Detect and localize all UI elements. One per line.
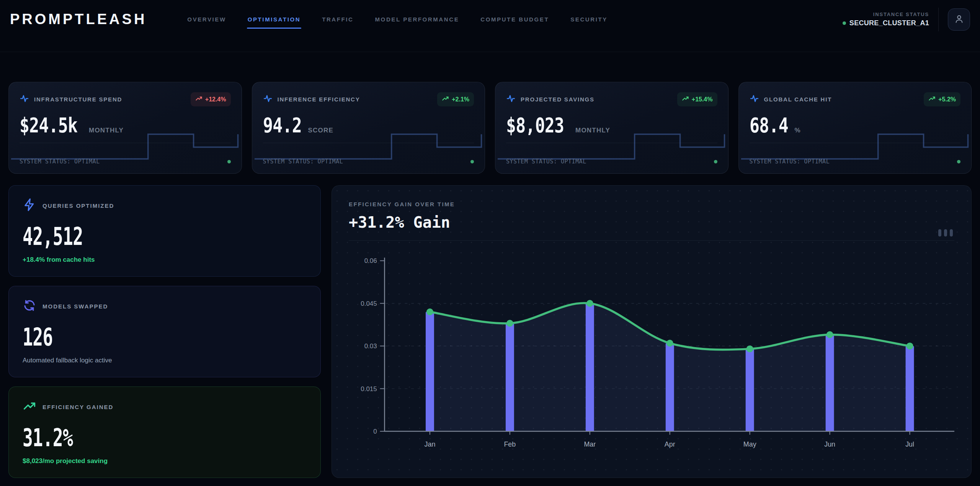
nav-item-security[interactable]: SECURITY (570, 14, 608, 25)
kpi-badge-value: +5.2% (938, 96, 956, 103)
kpi-trend-badge: +5.2% (924, 92, 960, 106)
kpi-value: $8,023 (506, 113, 564, 137)
chart-title: EFFICIENCY GAIN OVER TIME (349, 201, 954, 207)
kpi-divider (506, 143, 717, 143)
kpi-system-status: SYSTEM STATUS: OPTIMAL (506, 158, 586, 165)
svg-text:May: May (743, 440, 756, 448)
stat-subtext: $8,023/mo projected saving (23, 457, 307, 465)
stat-title: EFFICIENCY GAINED (42, 404, 113, 410)
trending-up-icon (442, 95, 449, 104)
kpi-value: $24.5k (20, 113, 77, 137)
kpi-badge-value: +2.1% (452, 96, 469, 103)
trending-up-icon (23, 399, 36, 414)
stat-card-efficiency-gained: EFFICIENCY GAINED 31.2% $8,023/mo projec… (8, 387, 321, 478)
user-icon (954, 14, 964, 25)
chart-headline: +31.2% Gain (349, 214, 954, 231)
nav-item-overview[interactable]: OVERVIEW (186, 14, 227, 25)
kpi-divider (750, 143, 961, 143)
kpi-badge-value: +12.4% (205, 96, 226, 103)
stat-card-models-swapped: MODELS SWAPPED 126 Automated fallback lo… (8, 286, 321, 377)
activity-icon (750, 94, 759, 105)
bolt-icon (23, 198, 36, 213)
stat-value: 31.2% (23, 424, 221, 452)
svg-text:Jan: Jan (424, 440, 435, 448)
efficiency-chart-panel: EFFICIENCY GAIN OVER TIME +31.2% Gain 00… (332, 185, 972, 478)
kpi-value: 68.4 (750, 113, 788, 137)
kpi-divider (263, 143, 474, 143)
stat-title: MODELS SWAPPED (42, 303, 108, 310)
trending-up-icon (195, 95, 203, 104)
activity-icon (263, 94, 273, 105)
status-dot-icon (227, 160, 231, 163)
svg-text:Apr: Apr (665, 440, 675, 448)
svg-text:Jul: Jul (905, 440, 914, 448)
kpi-system-status: SYSTEM STATUS: OPTIMAL (20, 158, 100, 165)
nav-item-model-performance[interactable]: MODEL PERFORMANCE (374, 14, 460, 25)
kpi-card-infrastructure-spend: INFRASTRUCTURE SPEND +12.4% $24.5k MONTH… (8, 82, 242, 174)
svg-text:0.015: 0.015 (361, 385, 377, 393)
chart-options-bars-icon[interactable] (937, 228, 954, 238)
nav-item-traffic[interactable]: TRAFFIC (321, 14, 354, 25)
kpi-unit: SCORE (308, 127, 333, 134)
main-nav: OVERVIEW OPTIMISATION TRAFFIC MODEL PERF… (186, 14, 608, 25)
stat-title: QUERIES OPTIMIZED (42, 202, 114, 209)
kpi-badge-value: +15.4% (692, 96, 713, 103)
kpi-title: INFERENCE EFFICIENCY (278, 96, 360, 103)
svg-text:Feb: Feb (504, 440, 516, 448)
trending-up-icon (928, 95, 936, 104)
kpi-value: 94.2 (263, 113, 302, 137)
stat-card-queries-optimized: QUERIES OPTIMIZED 42,512 +18.4% from cac… (8, 185, 321, 277)
stat-column: QUERIES OPTIMIZED 42,512 +18.4% from cac… (8, 185, 321, 478)
svg-text:0.03: 0.03 (364, 342, 377, 350)
nav-item-compute-budget[interactable]: COMPUTE BUDGET (480, 14, 550, 25)
chart-divider (349, 240, 954, 241)
app-logo: PROMPTLEASH (10, 11, 147, 28)
svg-text:0.06: 0.06 (364, 257, 377, 264)
header-divider (938, 8, 939, 31)
app-header: PROMPTLEASH OVERVIEW OPTIMISATION TRAFFI… (0, 0, 980, 52)
activity-icon (506, 94, 516, 105)
status-dot-icon (957, 160, 960, 163)
kpi-row: INFRASTRUCTURE SPEND +12.4% $24.5k MONTH… (8, 82, 972, 174)
svg-text:Mar: Mar (584, 440, 596, 448)
kpi-trend-badge: +12.4% (191, 92, 231, 106)
kpi-trend-badge: +2.1% (437, 92, 474, 106)
kpi-system-status: SYSTEM STATUS: OPTIMAL (263, 158, 343, 165)
kpi-card-projected-savings: PROJECTED SAVINGS +15.4% $8,023 MONTHLY … (495, 82, 728, 174)
status-dot-icon (470, 160, 474, 163)
kpi-title: PROJECTED SAVINGS (521, 96, 595, 103)
kpi-unit: % (795, 127, 801, 134)
instance-status: INSTANCE STATUS SECURE_CLUSTER_A1 (843, 11, 929, 27)
kpi-unit: MONTHLY (575, 127, 610, 134)
user-avatar-button[interactable] (948, 8, 970, 31)
trending-up-icon (682, 95, 689, 104)
instance-status-label: INSTANCE STATUS (843, 11, 929, 17)
activity-icon (20, 94, 29, 105)
kpi-divider (20, 143, 231, 143)
dashboard-main: INFRASTRUCTURE SPEND +12.4% $24.5k MONTH… (0, 82, 980, 478)
kpi-title: GLOBAL CACHE HIT (764, 96, 832, 103)
kpi-card-inference-efficiency: INFERENCE EFFICIENCY +2.1% 94.2 SCORE SY… (252, 82, 485, 174)
kpi-system-status: SYSTEM STATUS: OPTIMAL (750, 158, 830, 165)
status-dot-icon (714, 160, 717, 163)
stat-subtext: Automated fallback logic active (23, 357, 307, 364)
kpi-title: INFRASTRUCTURE SPEND (34, 96, 122, 103)
refresh-icon (23, 298, 36, 314)
svg-text:0.045: 0.045 (361, 300, 377, 307)
kpi-card-global-cache-hit: GLOBAL CACHE HIT +5.2% 68.4 % SYSTEM STA… (738, 82, 972, 174)
svg-text:Jun: Jun (824, 440, 835, 448)
kpi-trend-badge: +15.4% (677, 92, 717, 106)
efficiency-chart: 00.0150.030.0450.06JanFebMarAprMayJunJul (349, 241, 954, 479)
instance-status-value: SECURE_CLUSTER_A1 (849, 19, 929, 27)
stat-value: 42,512 (23, 222, 221, 251)
nav-item-optimisation[interactable]: OPTIMISATION (247, 14, 301, 25)
kpi-unit: MONTHLY (89, 127, 124, 134)
stat-value: 126 (23, 323, 221, 351)
stat-subtext: +18.4% from cache hits (23, 256, 307, 264)
header-right: INSTANCE STATUS SECURE_CLUSTER_A1 (843, 8, 970, 31)
status-dot-icon (843, 21, 846, 25)
svg-text:0: 0 (373, 428, 377, 435)
